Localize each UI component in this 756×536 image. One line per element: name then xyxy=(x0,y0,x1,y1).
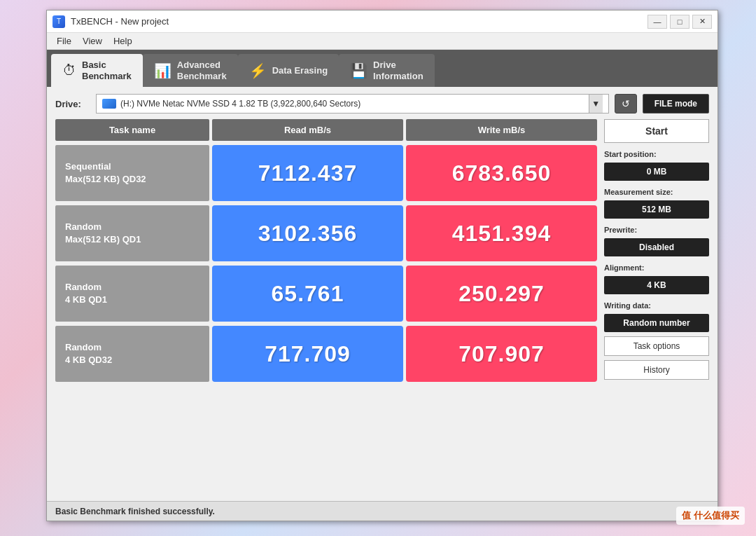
row-1-label: Sequential Max(512 KB) QD32 xyxy=(55,145,209,201)
status-text: Basic Benchmark finished successfully. xyxy=(55,507,215,516)
tab-data-erasing[interactable]: ⚡ Data Erasing xyxy=(238,54,339,87)
start-position-value: 0 MB xyxy=(604,163,709,181)
row-1-read-value: 7112.437 xyxy=(258,160,357,186)
table-row: Random 4 KB QD32 717.709 707.907 xyxy=(55,326,597,382)
drive-dropdown-arrow[interactable]: ▼ xyxy=(589,95,603,113)
close-button[interactable]: ✕ xyxy=(692,15,712,29)
right-panel: Start Start position: 0 MB Measurement s… xyxy=(604,119,709,494)
row-2-read-value: 3102.356 xyxy=(258,221,357,247)
row-4-read: 717.709 xyxy=(212,326,403,382)
tab-basic-benchmark[interactable]: ⏱ BasicBenchmark xyxy=(51,54,143,87)
table-row: Sequential Max(512 KB) QD32 7112.437 678… xyxy=(55,145,597,201)
menu-bar: File View Help xyxy=(47,33,718,50)
row-4-write-value: 707.907 xyxy=(458,341,545,367)
drive-selector[interactable]: (H:) NVMe Netac NVMe SSD 4 1.82 TB (3,92… xyxy=(96,94,609,114)
col-write: Write mB/s xyxy=(406,119,597,141)
chart-icon: 📊 xyxy=(154,62,172,79)
task-options-button[interactable]: Task options xyxy=(604,336,709,356)
status-bar: Basic Benchmark finished successfully. xyxy=(47,501,718,521)
row-2-write-value: 4151.394 xyxy=(452,221,551,247)
row-3-label: Random 4 KB QD1 xyxy=(55,266,209,322)
tab-advanced-label: AdvancedBenchmark xyxy=(177,60,227,81)
start-button[interactable]: Start xyxy=(604,119,709,143)
file-mode-button[interactable]: FILE mode xyxy=(643,94,709,114)
benchmark-table: Task name Read mB/s Write mB/s Sequentia… xyxy=(55,119,597,494)
writing-data-value: Random number xyxy=(604,314,709,332)
benchmark-container: Task name Read mB/s Write mB/s Sequentia… xyxy=(55,119,709,494)
row-2-read: 3102.356 xyxy=(212,205,403,261)
disk-icon: 💾 xyxy=(350,62,368,79)
tab-drive-info[interactable]: 💾 DriveInformation xyxy=(339,54,435,87)
minimize-button[interactable]: — xyxy=(648,15,667,29)
menu-view[interactable]: View xyxy=(77,34,108,48)
prewrite-label: Prewrite: xyxy=(604,226,709,234)
timer-icon: ⏱ xyxy=(62,62,76,78)
alignment-label: Alignment: xyxy=(604,263,709,272)
row-2-label: Random Max(512 KB) QD1 xyxy=(55,205,209,261)
alignment-value: 4 KB xyxy=(604,276,709,294)
app-icon: T xyxy=(52,15,65,28)
measurement-size-label: Measurement size: xyxy=(604,188,709,196)
row-4-label: Random 4 KB QD32 xyxy=(55,326,209,382)
history-button[interactable]: History xyxy=(604,360,709,380)
measurement-size-value: 512 MB xyxy=(604,200,709,219)
table-row: Random 4 KB QD1 65.761 250.297 xyxy=(55,266,597,322)
drive-icon xyxy=(102,99,116,109)
window-controls: — □ ✕ xyxy=(648,15,712,29)
row-3-write-value: 250.297 xyxy=(458,281,545,307)
row-1-write: 6783.650 xyxy=(406,145,597,201)
prewrite-value: Disabled xyxy=(604,238,709,256)
drive-value: (H:) NVMe Netac NVMe SSD 4 1.82 TB (3,92… xyxy=(120,99,360,109)
watermark: 值 什么值得买 xyxy=(676,507,745,525)
start-position-label: Start position: xyxy=(604,150,709,158)
drive-label: Drive: xyxy=(55,99,90,109)
refresh-button[interactable]: ↺ xyxy=(615,94,637,114)
row-3-write: 250.297 xyxy=(406,266,597,322)
writing-data-label: Writing data: xyxy=(604,301,709,310)
col-read: Read mB/s xyxy=(212,119,403,141)
window-title: TxBENCH - New project xyxy=(71,16,648,27)
row-4-write: 707.907 xyxy=(406,326,597,382)
row-2-write: 4151.394 xyxy=(406,205,597,261)
row-1-read: 7112.437 xyxy=(212,145,403,201)
tab-basic-label: BasicBenchmark xyxy=(82,60,132,81)
col-taskname: Task name xyxy=(55,119,209,141)
tab-erasing-label: Data Erasing xyxy=(272,65,328,76)
table-header: Task name Read mB/s Write mB/s xyxy=(55,119,597,141)
lightning-icon: ⚡ xyxy=(249,62,267,79)
main-window: T TxBENCH - New project — □ ✕ File View … xyxy=(46,10,718,521)
menu-file[interactable]: File xyxy=(51,34,77,48)
tab-drive-label: DriveInformation xyxy=(373,60,424,81)
tab-bar: ⏱ BasicBenchmark 📊 AdvancedBenchmark ⚡ D… xyxy=(47,50,718,87)
maximize-button[interactable]: □ xyxy=(670,15,690,29)
tab-advanced-benchmark[interactable]: 📊 AdvancedBenchmark xyxy=(143,54,238,87)
drive-row: Drive: (H:) NVMe Netac NVMe SSD 4 1.82 T… xyxy=(55,94,709,114)
table-row: Random Max(512 KB) QD1 3102.356 4151.394 xyxy=(55,205,597,261)
row-1-write-value: 6783.650 xyxy=(452,160,551,186)
main-content: Drive: (H:) NVMe Netac NVMe SSD 4 1.82 T… xyxy=(47,87,718,501)
row-3-read-value: 65.761 xyxy=(272,281,344,307)
row-3-read: 65.761 xyxy=(212,266,403,322)
title-bar: T TxBENCH - New project — □ ✕ xyxy=(47,11,718,33)
menu-help[interactable]: Help xyxy=(108,34,138,48)
row-4-read-value: 717.709 xyxy=(265,341,351,367)
